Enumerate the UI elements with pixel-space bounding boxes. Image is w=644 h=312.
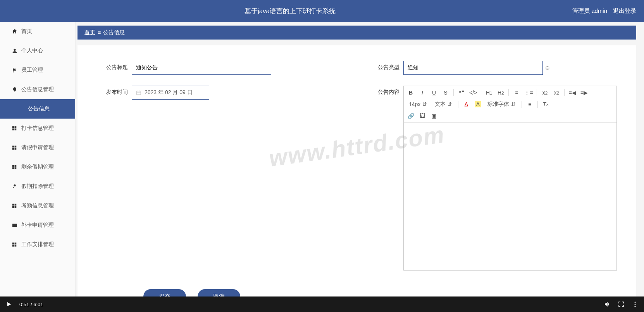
- image-icon[interactable]: 🖼: [418, 112, 426, 120]
- sidebar-item-home[interactable]: 首页: [0, 22, 75, 41]
- title-label: 公告标题: [97, 61, 128, 71]
- sub-icon[interactable]: x2: [541, 88, 549, 97]
- bold-icon[interactable]: B: [407, 88, 415, 97]
- date-input[interactable]: 2023 年 02 月 09 日: [132, 86, 209, 100]
- date-label: 发布时间: [97, 86, 128, 96]
- breadcrumb-current: 公告信息: [103, 29, 125, 36]
- grid-icon: [12, 126, 17, 131]
- align-icon[interactable]: ≡: [526, 100, 534, 109]
- sidebar: 首页 个人中心 员工管理 公告信息管理 公告信息 打卡信息管理 请假申请管理 剩…: [0, 22, 76, 296]
- ul-icon[interactable]: ⋮≡: [524, 88, 533, 97]
- cancel-button[interactable]: 取消: [198, 289, 240, 296]
- header-right: 管理员 admin 退出登录: [572, 7, 636, 15]
- grid-icon: [12, 242, 17, 247]
- ol-icon[interactable]: ≡: [513, 88, 520, 97]
- deduct-icon: [12, 183, 18, 190]
- home-icon: [12, 28, 18, 34]
- code-icon[interactable]: </>: [469, 88, 477, 97]
- submit-button[interactable]: 提交: [143, 289, 186, 296]
- content-label: 公告内容: [368, 86, 399, 96]
- sidebar-item-label: 请假申请管理: [21, 144, 54, 151]
- editor-toolbar: B I U S ❝❞ </> H1 H2: [404, 86, 616, 123]
- h2-icon[interactable]: H2: [497, 88, 505, 97]
- underline-icon[interactable]: U: [430, 88, 438, 97]
- logout-link[interactable]: 退出登录: [613, 7, 636, 15]
- editor-body[interactable]: [404, 123, 616, 270]
- sidebar-item-label: 假期扣除管理: [21, 183, 54, 190]
- clear-icon[interactable]: ⊖: [545, 65, 550, 71]
- sidebar-item-supplement[interactable]: 补卡申请管理: [0, 215, 75, 235]
- sidebar-item-label: 工作安排管理: [21, 241, 54, 248]
- calendar-icon: [136, 90, 141, 95]
- type-label: 公告类型: [368, 61, 399, 71]
- font-family-select[interactable]: 标准字体 ⇵: [486, 101, 518, 108]
- sidebar-item-label: 打卡信息管理: [21, 125, 54, 132]
- breadcrumb-sep: ≡: [98, 29, 101, 36]
- quote-icon[interactable]: ❝❞: [458, 88, 465, 97]
- sidebar-item-label: 考勤信息管理: [21, 202, 54, 209]
- bulb-icon: [12, 86, 18, 93]
- font-color-icon[interactable]: A: [462, 100, 470, 109]
- sidebar-item-announcement-mgmt[interactable]: 公告信息管理: [0, 80, 75, 99]
- chevron-down-icon: ⇵: [422, 101, 427, 107]
- sidebar-item-leave[interactable]: 请假申请管理: [0, 138, 75, 157]
- svg-rect-0: [137, 91, 141, 95]
- flag-icon: [12, 67, 18, 73]
- rich-editor: B I U S ❝❞ </> H1 H2: [403, 86, 617, 271]
- clear-format-icon[interactable]: T×: [542, 100, 549, 109]
- sup-icon[interactable]: x2: [553, 88, 560, 97]
- type-input[interactable]: [403, 61, 543, 75]
- sidebar-item-work[interactable]: 工作安排管理: [0, 235, 75, 254]
- sidebar-item-label: 剩余假期管理: [21, 164, 54, 171]
- sidebar-item-label: 公告信息: [28, 105, 50, 112]
- text-mode-select[interactable]: 文本 ⇵: [433, 101, 454, 108]
- sidebar-item-label: 首页: [21, 28, 32, 35]
- sidebar-item-label: 补卡申请管理: [21, 222, 54, 229]
- title-input[interactable]: [132, 61, 271, 75]
- admin-label[interactable]: 管理员 admin: [572, 7, 607, 15]
- chevron-down-icon: ⇵: [511, 101, 516, 107]
- card-icon: [12, 222, 18, 228]
- italic-icon[interactable]: I: [418, 88, 426, 97]
- sidebar-item-attendance[interactable]: 考勤信息管理: [0, 196, 75, 215]
- button-area: 提交 取消: [97, 281, 617, 296]
- sidebar-item-remaining[interactable]: 剩余假期管理: [0, 157, 75, 177]
- person-icon: [12, 48, 18, 54]
- sidebar-item-employee[interactable]: 员工管理: [0, 60, 75, 80]
- app-header: 基于java语言的上下班打卡系统 管理员 admin 退出登录: [0, 0, 644, 22]
- h1-icon[interactable]: H1: [485, 88, 493, 97]
- strike-icon[interactable]: S: [442, 88, 449, 97]
- font-size-select[interactable]: 14px ⇵: [407, 101, 429, 107]
- date-value: 2023 年 02 月 09 日: [145, 89, 193, 96]
- sidebar-item-clockin[interactable]: 打卡信息管理: [0, 119, 75, 138]
- sidebar-item-label: 员工管理: [21, 67, 43, 74]
- sidebar-item-deduct[interactable]: 假期扣除管理: [0, 177, 75, 196]
- indent-left-icon[interactable]: ≡◀: [568, 88, 576, 97]
- sidebar-item-label: 个人中心: [21, 47, 43, 54]
- breadcrumb-home[interactable]: 首页: [84, 29, 95, 36]
- bg-color-icon[interactable]: A: [474, 100, 482, 109]
- content-area: 首页 ≡ 公告信息 www.httrd.com 公告标题 发布时间 20: [76, 22, 644, 296]
- app-title: 基于java语言的上下班打卡系统: [8, 7, 572, 16]
- sidebar-item-label: 公告信息管理: [21, 86, 54, 93]
- chevron-down-icon: ⇵: [448, 101, 452, 107]
- grid-icon: [12, 164, 17, 170]
- breadcrumb: 首页 ≡ 公告信息: [77, 26, 636, 40]
- grid-icon: [12, 203, 17, 209]
- sidebar-item-personal[interactable]: 个人中心: [0, 41, 75, 60]
- video-icon[interactable]: ▣: [430, 112, 438, 120]
- link-icon[interactable]: 🔗: [407, 112, 415, 120]
- grid-icon: [12, 145, 17, 150]
- sidebar-item-announcement-info[interactable]: 公告信息: [0, 99, 75, 119]
- form-panel: www.httrd.com 公告标题 发布时间 2023 年 02 月 09 日: [77, 45, 636, 296]
- indent-right-icon[interactable]: ≡▶: [580, 88, 588, 97]
